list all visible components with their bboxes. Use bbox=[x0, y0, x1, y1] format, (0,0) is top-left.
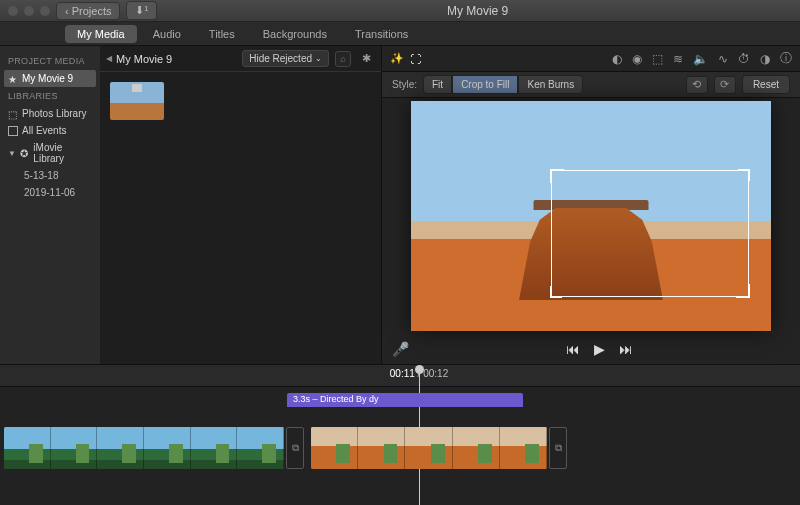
sidebar-item-label: 2019-11-06 bbox=[24, 187, 75, 198]
events-icon bbox=[8, 126, 18, 136]
crop-icon[interactable]: ⬚ bbox=[652, 52, 663, 66]
transport-controls: ⏮ ▶ ⏭ bbox=[566, 341, 633, 357]
tab-transitions[interactable]: Transitions bbox=[343, 25, 420, 43]
transition-end-marker[interactable]: ⧉ bbox=[549, 427, 567, 469]
sidebar: Project Media ★My Movie 9 Libraries ⬚Pho… bbox=[0, 46, 100, 364]
sidebar-item-imovie-library[interactable]: ▼✪iMovie Library bbox=[4, 139, 96, 167]
sidebar-item-label: 5-13-18 bbox=[24, 170, 58, 181]
media-thumbnails bbox=[100, 72, 381, 130]
timeline-clip-1[interactable] bbox=[4, 427, 284, 469]
filter-dropdown[interactable]: Hide Rejected⌄ bbox=[242, 50, 329, 67]
style-fit-button[interactable]: Fit bbox=[423, 75, 452, 94]
speed-icon[interactable]: ⏱ bbox=[738, 52, 750, 66]
import-button[interactable]: ⬇¹ bbox=[126, 1, 157, 20]
info-icon[interactable]: ⓘ bbox=[780, 50, 792, 67]
crop-style-row: Style: Fit Crop to Fill Ken Burns ⟲ ⟳ Re… bbox=[382, 72, 800, 98]
preview-image bbox=[411, 101, 771, 331]
timeline-clip-2[interactable] bbox=[311, 427, 547, 469]
window-controls[interactable] bbox=[8, 6, 50, 16]
disclosure-icon[interactable]: ▼ bbox=[8, 149, 16, 158]
tab-titles[interactable]: Titles bbox=[197, 25, 247, 43]
viewer-footer: 🎤 ⏮ ▶ ⏭ bbox=[382, 334, 800, 364]
sidebar-item-label: iMovie Library bbox=[33, 142, 92, 164]
total-time: 00:12 bbox=[423, 368, 448, 379]
viewer-toolbar: ✨ ⛶ ◐ ◉ ⬚ ≋ 🔈 ∿ ⏱ ◑ ⓘ bbox=[382, 46, 800, 72]
rotate-cw-button[interactable]: ⟳ bbox=[714, 76, 736, 94]
library-tabs: My Media Audio Titles Backgrounds Transi… bbox=[0, 22, 800, 46]
titlebar: ‹ Projects ⬇¹ My Movie 9 bbox=[0, 0, 800, 22]
chevron-left-icon: ◀ bbox=[106, 54, 112, 63]
browser-header: ◀My Movie 9 Hide Rejected⌄ ⌕ ✱ bbox=[100, 46, 381, 72]
preview-canvas[interactable] bbox=[382, 98, 800, 334]
projects-back-button[interactable]: ‹ Projects bbox=[56, 2, 120, 20]
crop-rectangle[interactable] bbox=[551, 170, 749, 297]
style-segmented-control: Fit Crop to Fill Ken Burns bbox=[423, 75, 583, 94]
breadcrumb[interactable]: ◀My Movie 9 bbox=[106, 53, 172, 65]
style-ken-burns-button[interactable]: Ken Burns bbox=[518, 75, 583, 94]
search-icon: ⌕ bbox=[340, 53, 346, 64]
sidebar-item-all-events[interactable]: All Events bbox=[4, 122, 96, 139]
library-icon: ✪ bbox=[20, 148, 29, 158]
voiceover-button[interactable]: 🎤 bbox=[392, 341, 409, 357]
sidebar-item-label: All Events bbox=[22, 125, 66, 136]
style-label: Style: bbox=[392, 79, 417, 90]
settings-button[interactable]: ✱ bbox=[357, 50, 375, 68]
noise-icon[interactable]: ∿ bbox=[718, 52, 728, 66]
window-title: My Movie 9 bbox=[163, 4, 792, 18]
adjustment-tools: ◐ ◉ ⬚ ≋ 🔈 ∿ ⏱ ◑ ⓘ bbox=[612, 50, 792, 67]
timeline-tracks[interactable]: 3.3s – Directed By dy ⧉ ⧉ bbox=[0, 387, 800, 475]
prev-button[interactable]: ⏮ bbox=[566, 341, 580, 357]
color-correction-icon[interactable]: ◉ bbox=[632, 52, 642, 66]
tab-audio[interactable]: Audio bbox=[141, 25, 193, 43]
next-button[interactable]: ⏭ bbox=[619, 341, 633, 357]
sidebar-section-project-media: Project Media bbox=[4, 52, 96, 70]
filter-label: Hide Rejected bbox=[249, 53, 312, 64]
stabilize-icon[interactable]: ≋ bbox=[673, 52, 683, 66]
sidebar-item-label: Photos Library bbox=[22, 108, 86, 119]
color-balance-icon[interactable]: ◐ bbox=[612, 52, 622, 66]
photos-icon: ⬚ bbox=[8, 109, 18, 119]
viewer-panel: ✨ ⛶ ◐ ◉ ⬚ ≋ 🔈 ∿ ⏱ ◑ ⓘ Style: Fit Crop to… bbox=[382, 46, 800, 364]
sidebar-item-event-1[interactable]: 5-13-18 bbox=[4, 167, 96, 184]
crop-tool-icon[interactable]: ⛶ bbox=[410, 53, 421, 65]
media-thumbnail[interactable] bbox=[110, 82, 164, 120]
projects-back-label: Projects bbox=[72, 5, 112, 17]
current-time: 00:11 bbox=[390, 368, 415, 379]
sidebar-item-event-2[interactable]: 2019-11-06 bbox=[4, 184, 96, 201]
sidebar-item-label: My Movie 9 bbox=[22, 73, 73, 84]
play-button[interactable]: ▶ bbox=[594, 341, 605, 357]
project-icon: ★ bbox=[8, 74, 18, 84]
sidebar-item-project[interactable]: ★My Movie 9 bbox=[4, 70, 96, 87]
chevron-down-icon: ⌄ bbox=[315, 54, 322, 63]
sidebar-section-libraries: Libraries bbox=[4, 87, 96, 105]
volume-icon[interactable]: 🔈 bbox=[693, 52, 708, 66]
filter-icon[interactable]: ◑ bbox=[760, 52, 770, 66]
rotate-ccw-button[interactable]: ⟲ bbox=[686, 76, 708, 94]
breadcrumb-label: My Movie 9 bbox=[116, 53, 172, 65]
style-crop-to-fill-button[interactable]: Crop to Fill bbox=[452, 75, 518, 94]
tab-my-media[interactable]: My Media bbox=[65, 25, 137, 43]
media-browser: ◀My Movie 9 Hide Rejected⌄ ⌕ ✱ bbox=[100, 46, 382, 364]
reset-button[interactable]: Reset bbox=[742, 75, 790, 94]
search-input[interactable]: ⌕ bbox=[335, 51, 351, 67]
gear-icon: ✱ bbox=[362, 52, 371, 65]
transition-start-marker[interactable]: ⧉ bbox=[286, 427, 304, 469]
tab-backgrounds[interactable]: Backgrounds bbox=[251, 25, 339, 43]
enhance-icon[interactable]: ✨ bbox=[390, 52, 404, 65]
timeline-ruler[interactable]: 00:11 / 00:12 bbox=[0, 365, 800, 387]
sidebar-item-photos[interactable]: ⬚Photos Library bbox=[4, 105, 96, 122]
clip-title-bar[interactable]: 3.3s – Directed By dy bbox=[287, 393, 523, 407]
timeline: 00:11 / 00:12 3.3s – Directed By dy ⧉ ⧉ bbox=[0, 364, 800, 505]
